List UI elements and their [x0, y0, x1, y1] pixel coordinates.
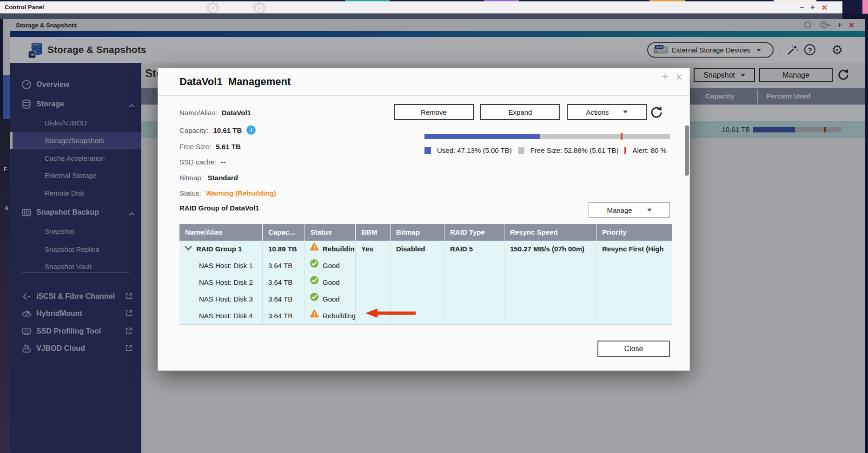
desktop-icon-fragment — [862, 0, 868, 14]
warning-icon — [310, 241, 319, 257]
expander-chevron-icon[interactable] — [184, 241, 192, 257]
alert-threshold-marker — [621, 133, 623, 140]
usage-bar — [424, 134, 670, 139]
remove-button[interactable]: Remove — [394, 104, 474, 120]
gear-ghost-icon: ⚙ — [205, 1, 221, 13]
maximize-button[interactable]: + — [810, 3, 815, 12]
detach-icon[interactable]: + — [662, 69, 669, 84]
info-icon[interactable]: i — [246, 125, 256, 135]
alert-swatch — [624, 147, 626, 154]
close-button[interactable]: Close — [597, 341, 670, 357]
disk-row[interactable]: NAS Host: Disk 3 3.64 TB Good — [179, 291, 672, 308]
raid-group-label: RAID Group of DataVol1 — [179, 204, 259, 212]
warning-icon — [310, 308, 319, 324]
raid-group-row[interactable]: RAID Group 1 10.89 TB Rebuilding Yes Dis… — [179, 241, 672, 257]
disk-row[interactable]: NAS Host: Disk 4 3.64 TB Rebuilding — [179, 308, 672, 324]
free-size-row: Free Size: 5.61 TB — [179, 141, 241, 151]
disk-row[interactable]: NAS Host: Disk 1 3.64 TB Good — [179, 257, 672, 274]
good-icon — [310, 274, 319, 291]
bitmap-row: Bitmap: Standard — [179, 172, 238, 183]
good-icon — [310, 257, 319, 274]
chevron-down-icon — [623, 111, 628, 113]
raid-manage-dropdown[interactable]: Manage — [589, 202, 670, 218]
usage-legend: Used: 47.13% (5.00 TB) Free Size: 52.88%… — [424, 146, 667, 154]
raid-group-table: Name/Alias Capac... Status BBM Bitmap RA… — [179, 224, 672, 325]
status-value: Warning (Rebuilding) — [206, 189, 276, 197]
free-swatch — [518, 147, 524, 154]
expand-button[interactable]: Expand — [480, 104, 560, 120]
actions-dropdown-button[interactable]: Actions — [567, 104, 647, 120]
name-alias-row: Name/Alias: DataVol1 — [179, 107, 251, 118]
good-icon — [310, 291, 319, 308]
datavol1-management-dialog: DataVol1 Management + ✕ Name/Alias: Data… — [158, 68, 690, 371]
used-swatch — [424, 147, 431, 154]
ssd-cache-row: SSD cache: -- — [179, 157, 225, 167]
desktop: ⚙ ⚙ Control Panel − + ✕ F A Storage & Sn… — [0, 0, 868, 453]
raid-table-header: Name/Alias Capac... Status BBM Bitmap RA… — [179, 224, 672, 241]
close-icon[interactable]: ✕ — [675, 72, 683, 83]
gear-ghost-icon: ⚙ — [251, 1, 268, 13]
disk-row[interactable]: NAS Host: Disk 2 3.64 TB Good — [179, 274, 672, 291]
control-panel-titlebar: ⚙ ⚙ Control Panel − + ✕ — [0, 1, 842, 13]
minimize-button[interactable]: − — [800, 3, 804, 12]
annotation-arrow-icon — [364, 307, 417, 321]
dialog-title: DataVol1 Management — [179, 76, 291, 88]
capacity-row: Capacity: 10.61 TB i — [179, 125, 256, 135]
close-window-button[interactable]: ✕ — [822, 3, 828, 12]
status-row: Status: Warning (Rebuilding) — [179, 188, 276, 198]
dialog-scrollbar-thumb[interactable] — [685, 125, 689, 176]
refresh-icon[interactable] — [649, 105, 663, 121]
control-panel-title: Control Panel — [5, 4, 44, 11]
chevron-down-icon — [647, 209, 652, 211]
